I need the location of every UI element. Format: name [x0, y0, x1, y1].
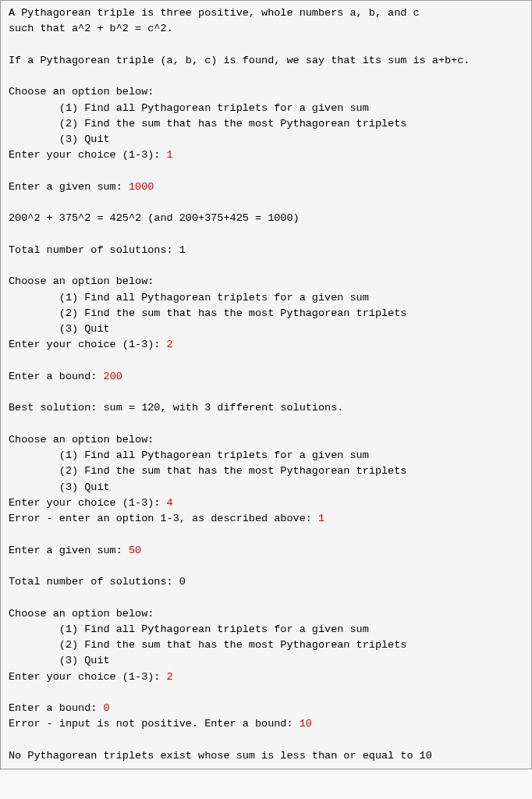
terminal-line — [9, 685, 523, 701]
user-input: 2 — [167, 339, 173, 350]
terminal-line: Error - input is not positive. Enter a b… — [9, 716, 523, 732]
terminal-output: A Pythagorean triple is three positive, … — [0, 0, 532, 769]
prompt-text: Enter a given sum: — [9, 181, 129, 193]
terminal-line: Total number of solutions: 1 — [9, 243, 523, 258]
terminal-line — [9, 417, 523, 432]
terminal-line: If a Pythagorean triple (a, b, c) is fou… — [9, 53, 523, 69]
terminal-line: Choose an option below: — [9, 432, 523, 448]
prompt-text: Enter your choice (1-3): — [9, 671, 167, 683]
terminal-line: Enter your choice (1-3): 2 — [9, 337, 523, 353]
terminal-line — [9, 69, 523, 84]
terminal-line: (2) Find the sum that has the most Pytha… — [9, 116, 523, 132]
prompt-text: Enter a bound: — [9, 371, 104, 382]
user-input: 2 — [167, 671, 173, 683]
terminal-line — [9, 37, 523, 53]
user-input: 1000 — [129, 181, 154, 193]
user-input: 200 — [104, 371, 122, 382]
terminal-line — [9, 527, 523, 542]
terminal-line: (2) Find the sum that has the most Pytha… — [9, 463, 523, 479]
terminal-line: (1) Find all Pythagorean triplets for a … — [9, 101, 523, 116]
terminal-line: Enter a bound: 0 — [9, 701, 523, 716]
terminal-line: (1) Find all Pythagorean triplets for a … — [9, 448, 523, 463]
terminal-line — [9, 353, 523, 369]
terminal-line: Enter your choice (1-3): 2 — [9, 669, 523, 685]
terminal-line — [9, 385, 523, 400]
terminal-line: (2) Find the sum that has the most Pytha… — [9, 306, 523, 321]
terminal-line: Enter a given sum: 1000 — [9, 179, 523, 195]
prompt-text: Error - input is not positive. Enter a b… — [9, 718, 300, 730]
prompt-text: Enter your choice (1-3): — [9, 149, 167, 161]
terminal-line: Choose an option below: — [9, 84, 523, 100]
terminal-line: Choose an option below: — [9, 274, 523, 289]
terminal-line — [9, 733, 523, 748]
prompt-text: Enter a bound: — [9, 702, 104, 714]
terminal-line — [9, 164, 523, 179]
terminal-line: (3) Quit — [9, 480, 523, 495]
user-input: 50 — [129, 545, 141, 556]
terminal-line: such that a^2 + b^2 = c^2. — [9, 21, 523, 37]
prompt-text: Error - enter an option 1-3, as describe… — [9, 513, 318, 524]
user-input: 10 — [300, 718, 312, 730]
terminal-line: (1) Find all Pythagorean triplets for a … — [9, 622, 523, 637]
terminal-line: (2) Find the sum that has the most Pytha… — [9, 637, 523, 653]
terminal-line: (3) Quit — [9, 132, 523, 147]
terminal-line: 200^2 + 375^2 = 425^2 (and 200+375+425 =… — [9, 211, 523, 226]
terminal-line: Enter a given sum: 50 — [9, 543, 523, 559]
terminal-line: Error - enter an option 1-3, as describe… — [9, 511, 523, 527]
prompt-text: Enter a given sum: — [9, 545, 129, 556]
terminal-line: Enter your choice (1-3): 1 — [9, 147, 523, 163]
terminal-line — [9, 258, 523, 274]
terminal-line: Total number of solutions: 0 — [9, 574, 523, 590]
user-input: 1 — [167, 149, 173, 161]
terminal-line — [9, 559, 523, 574]
terminal-line: (3) Quit — [9, 653, 523, 669]
terminal-line: Choose an option below: — [9, 606, 523, 622]
prompt-text: Enter your choice (1-3): — [9, 497, 167, 509]
user-input: 0 — [104, 702, 110, 714]
terminal-line: Enter a bound: 200 — [9, 369, 523, 385]
user-input: 1 — [318, 513, 325, 524]
terminal-line: No Pythagorean triplets exist whose sum … — [9, 748, 523, 764]
terminal-line — [9, 227, 523, 243]
terminal-line — [9, 590, 523, 605]
prompt-text: Enter your choice (1-3): — [9, 339, 167, 350]
terminal-line: (1) Find all Pythagorean triplets for a … — [9, 290, 523, 306]
terminal-line — [9, 195, 523, 211]
user-input: 4 — [167, 497, 173, 509]
terminal-line: Best solution: sum = 120, with 3 differe… — [9, 400, 523, 416]
terminal-line: (3) Quit — [9, 321, 523, 337]
terminal-line: Enter your choice (1-3): 4 — [9, 495, 523, 511]
terminal-line: A Pythagorean triple is three positive, … — [9, 5, 523, 21]
